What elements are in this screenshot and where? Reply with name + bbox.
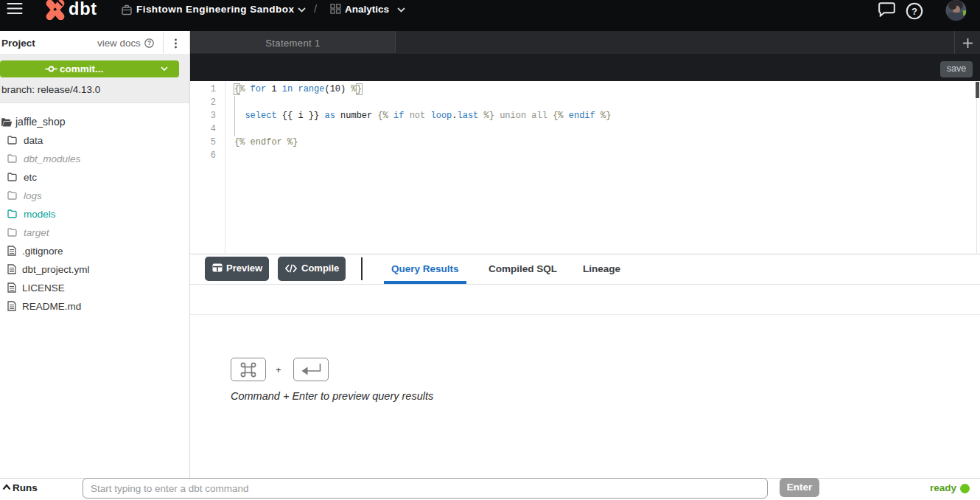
- svg-text:?: ?: [147, 39, 151, 46]
- svg-text:?: ?: [911, 6, 917, 17]
